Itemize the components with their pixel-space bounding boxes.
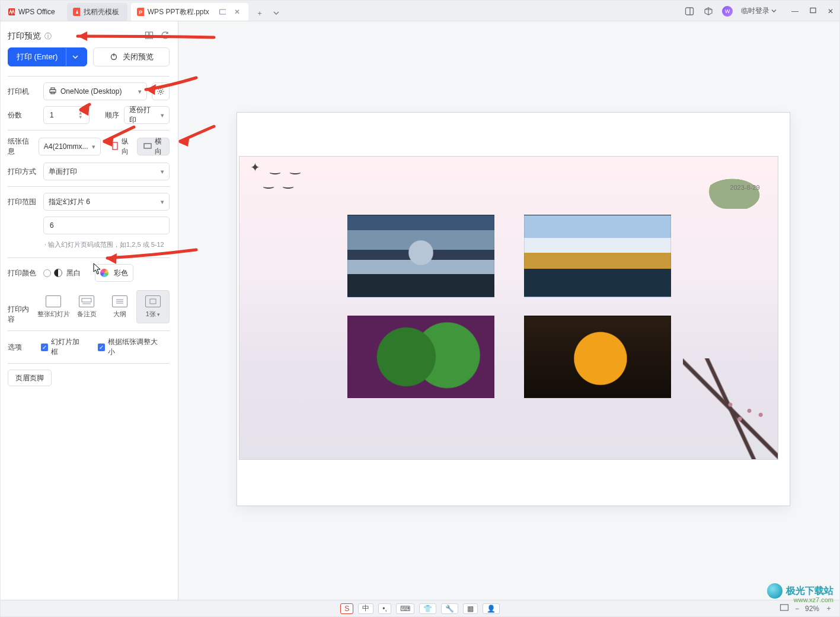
svg-rect-26 — [82, 298, 91, 302]
collation-value: 逐份打印 — [129, 105, 157, 125]
ime-lang[interactable]: 中 — [358, 603, 373, 614]
ime-brand-icon[interactable]: S — [340, 603, 353, 614]
copies-value[interactable] — [49, 110, 77, 120]
frame-checkbox[interactable]: ✓ 幻灯片加框 — [41, 337, 84, 357]
svg-rect-13 — [51, 88, 55, 90]
close-button[interactable]: ✕ — [826, 7, 835, 15]
app-logo-icon — [8, 8, 15, 15]
range-input-row — [8, 217, 170, 234]
collation-select[interactable]: 逐份打印 ▾ — [124, 106, 170, 124]
login-status[interactable]: 临时登录 — [741, 6, 777, 16]
chevron-down-icon: ▾ — [161, 198, 164, 206]
refresh-icon[interactable] — [161, 31, 170, 42]
ime-keyboard-icon[interactable]: ⌨ — [396, 603, 414, 614]
chevron-down-icon: ▾ — [161, 168, 164, 176]
slide-image-4 — [524, 316, 671, 398]
svg-text:P: P — [139, 9, 142, 15]
check-icon: ✓ — [98, 344, 105, 351]
zoom-in-icon[interactable]: ＋ — [825, 603, 832, 613]
range-select[interactable]: 指定幻灯片 6 ▾ — [43, 193, 170, 211]
ime-punct-icon[interactable]: •, — [378, 603, 391, 614]
birds-decoration: ✦ ‿ ‿ ‿ ‿ — [250, 160, 304, 189]
range-row: 打印范围 指定幻灯片 6 ▾ — [8, 193, 170, 211]
svg-rect-25 — [144, 144, 151, 148]
svg-rect-32 — [780, 605, 788, 610]
printer-select[interactable]: OneNote (Desktop) ▾ — [43, 82, 147, 100]
slide-date: 2023-8-29 — [730, 184, 759, 191]
paper-size-select[interactable]: A4(210mmx... ▾ — [39, 138, 101, 155]
copies-row: 份数 ▲▼ 顺序 逐份打印 ▾ — [8, 106, 170, 124]
watermark-url: www.xz7.com — [794, 596, 833, 603]
header-footer-button[interactable]: 页眉页脚 — [8, 370, 52, 386]
copies-spinner[interactable]: ▲▼ — [77, 111, 84, 119]
fit-width-icon[interactable] — [780, 603, 789, 613]
ime-tool-icon[interactable]: 🔧 — [441, 603, 458, 614]
main-content: 打印预览 ⓘ 打印 (Enter) 关闭预览 打印机 On — [1, 21, 839, 600]
action-buttons: 打印 (Enter) 关闭预览 — [8, 47, 170, 66]
watermark-brand: 极光下载站 — [786, 585, 833, 597]
watermark: 极光下载站 www.xz7.com — [767, 583, 833, 599]
app-tab[interactable]: WPS Office — [5, 3, 63, 21]
maximize-button[interactable] — [809, 7, 817, 15]
layout-icon[interactable] — [145, 31, 154, 42]
scale-checkbox[interactable]: ✓ 根据纸张调整大小 — [98, 337, 160, 357]
copies-input[interactable]: ▲▼ — [43, 106, 90, 124]
tab-templates[interactable]: 找稻壳模板 — [67, 3, 127, 21]
portrait-label: 纵向 — [122, 136, 130, 157]
zoom-value[interactable]: 92% — [805, 605, 819, 613]
content-handout[interactable]: 1张 ▾ — [136, 290, 170, 323]
help-icon[interactable]: ⓘ — [44, 31, 52, 42]
mode-label: 打印方式 — [8, 167, 39, 177]
panel-icon[interactable] — [684, 6, 695, 17]
ime-person-icon[interactable]: 👤 — [483, 603, 500, 614]
svg-rect-7 — [810, 8, 816, 12]
ime-grid-icon[interactable]: ▦ — [463, 603, 478, 614]
tab-overflow-button[interactable] — [271, 5, 282, 21]
print-button-label: 打印 (Enter) — [17, 52, 58, 62]
scale-label: 根据纸张调整大小 — [108, 337, 160, 357]
orientation-landscape[interactable]: 横向 — [137, 138, 170, 155]
duplex-select[interactable]: 单面打印 ▾ — [43, 163, 170, 180]
print-sidebar: 打印预览 ⓘ 打印 (Enter) 关闭预览 打印机 On — [1, 21, 178, 600]
print-button[interactable]: 打印 (Enter) — [8, 47, 87, 66]
svg-rect-8 — [146, 32, 149, 39]
print-dropdown-icon[interactable] — [66, 48, 78, 66]
svg-rect-9 — [150, 32, 153, 39]
ime-skin-icon[interactable]: 👕 — [419, 603, 436, 614]
login-label: 临时登录 — [741, 6, 769, 16]
copies-label: 份数 — [8, 110, 39, 120]
svg-rect-4 — [219, 9, 226, 14]
tab-close-icon[interactable]: ✕ — [234, 8, 240, 16]
svg-line-20 — [158, 89, 159, 90]
minimize-button[interactable]: — — [791, 7, 799, 15]
orientation-portrait[interactable]: 纵向 — [108, 138, 133, 155]
content-notes[interactable]: 备注页 — [70, 290, 103, 323]
titlebar-right: W 临时登录 — ✕ — [684, 1, 835, 21]
range-input[interactable] — [43, 217, 170, 234]
content-full-slide[interactable]: 整张幻灯片 — [37, 290, 70, 323]
landscape-icon — [143, 142, 152, 151]
printer-settings-button[interactable] — [152, 82, 170, 100]
bw-label: 黑白 — [66, 268, 81, 278]
close-preview-button[interactable]: 关闭预览 — [93, 47, 170, 66]
landscape-label: 横向 — [155, 136, 163, 157]
presentation-mode-icon[interactable] — [219, 8, 226, 15]
gear-icon — [156, 87, 165, 96]
color-label-text: 彩色 — [114, 268, 128, 278]
color-bw-radio[interactable]: 黑白 — [43, 268, 81, 278]
svg-rect-24 — [113, 142, 117, 150]
avatar-icon[interactable]: W — [722, 6, 733, 17]
preview-page: ✦ ‿ ‿ ‿ ‿ 2023-8-29 — [237, 112, 790, 506]
color-row: 打印颜色 黑白 彩色 — [8, 264, 170, 282]
check-icon: ✓ — [41, 344, 48, 351]
content-outline[interactable]: 大纲 — [103, 290, 136, 323]
tab-templates-label: 找稻壳模板 — [84, 7, 119, 17]
cube-icon[interactable] — [703, 6, 714, 17]
slide-image-1 — [347, 215, 494, 297]
zoom-out-icon[interactable]: − — [795, 605, 799, 613]
new-tab-button[interactable]: ＋ — [252, 5, 267, 21]
range-input-value[interactable] — [49, 221, 164, 230]
bw-icon — [54, 269, 62, 277]
power-icon — [110, 52, 118, 62]
tab-document[interactable]: P WPS PPT教程.pptx ✕ — [131, 3, 248, 21]
